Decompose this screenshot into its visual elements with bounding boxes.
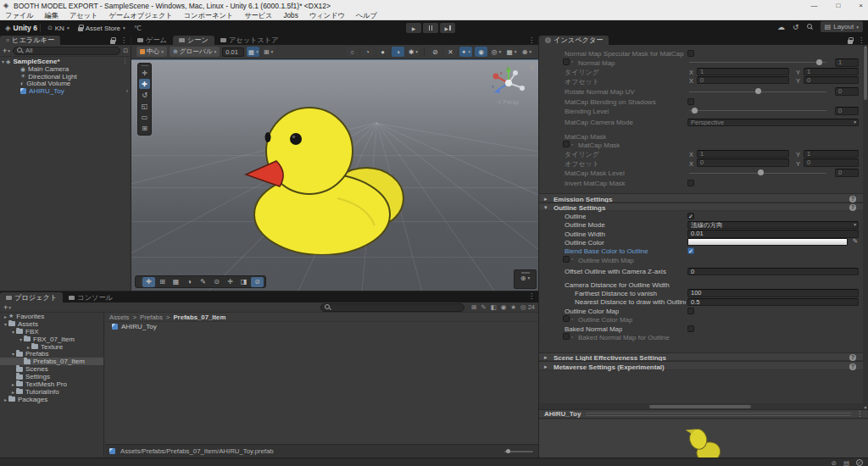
color-swatch[interactable] — [687, 238, 848, 246]
menu-item[interactable]: ファイル — [5, 11, 34, 20]
inspector-row-outline-color-map[interactable]: Outline Color Map — [539, 306, 863, 314]
inspector-row-outline-width[interactable]: Outline Width0.01 — [539, 229, 863, 237]
foldout-arrow[interactable]: ▾ — [0, 58, 6, 64]
account-dropdown[interactable]: ⊙ KN▾ — [43, 23, 74, 34]
inspector-row-matcap-blending-on-shadows[interactable]: MatCap Blending on Shadows — [539, 97, 863, 106]
slider-thumb[interactable] — [758, 169, 764, 175]
tree-item-fbx[interactable]: ▾FBX — [0, 328, 103, 336]
paint-icon[interactable]: ✎ — [197, 277, 209, 287]
value-field[interactable]: 0 — [835, 107, 859, 115]
camera-settings-icon[interactable]: ◎▾ — [490, 47, 503, 57]
value-field[interactable]: 0.5 — [687, 298, 859, 307]
orientation-gizmo[interactable]: y x z — [489, 64, 528, 103]
grid-snap-toggle[interactable]: ▦▾ — [247, 47, 259, 57]
foldout-arrow[interactable]: ▸ — [544, 363, 548, 370]
foldout-arrow[interactable]: ▸ — [544, 354, 548, 361]
shaded-wireframe-icon[interactable]: ◔ — [361, 47, 374, 57]
tree-item-favorites[interactable]: ▸★Favorites — [0, 313, 103, 320]
tab-project[interactable]: プロジェクト — [0, 292, 63, 302]
scene-viewport[interactable]: ✛ ✚ ↺ ◱ ▭ ⊞ ⋮ ✚ ⊞ ▦ ◑ ✎ ⊙ ✛ ◨ ⊘ ⊕▾ — [131, 59, 538, 291]
menu-item[interactable]: 編集 — [45, 11, 58, 20]
solid-sphere-icon[interactable]: ● — [376, 47, 389, 57]
notifications-muted-icon[interactable]: ⊘ — [832, 459, 837, 466]
inspector-row-blend-base-color-to-outline[interactable]: Blend Base Color to Outline✓ — [539, 247, 863, 255]
foldout-arrow[interactable]: ▸ — [544, 196, 548, 202]
foldout-arrow[interactable]: ▸ — [10, 389, 16, 395]
checkbox[interactable] — [563, 256, 570, 263]
foldout-arrow[interactable]: ▾ — [10, 329, 16, 335]
rect-tool-button[interactable]: ▭ — [139, 112, 150, 122]
inspector-row-outline-mode[interactable]: Outline Mode法線の方向▾ — [539, 220, 863, 229]
breadcrumb[interactable]: Assets>Prefabs>Prefabs_07_Item — [105, 313, 538, 322]
help-icon[interactable]: ? — [849, 354, 856, 361]
add-object-button[interactable]: +▾ — [3, 47, 10, 55]
checkbox[interactable] — [563, 315, 570, 322]
gizmo-lock-icon[interactable] — [531, 66, 535, 69]
value-field[interactable]: 0 — [804, 76, 859, 85]
search-by-import-icon[interactable]: ✎ — [481, 303, 486, 311]
tab-scene[interactable]: シーン — [173, 36, 214, 45]
inspector-row-blending-level[interactable]: Blending Level0 — [539, 106, 863, 114]
inspector-row-matcap-mask[interactable]: ◦MatCap Mask — [539, 141, 863, 149]
step-button[interactable]: ▶ — [440, 23, 455, 33]
foldout-arrow[interactable]: ▾ — [3, 321, 8, 327]
checkbox[interactable] — [563, 58, 570, 65]
project-search-input[interactable] — [320, 303, 465, 312]
tab-view[interactable]: アセットストア — [214, 36, 285, 45]
background-tasks-icon[interactable]: ▤ — [843, 459, 849, 466]
undo-history-icon[interactable]: ↺ — [793, 23, 799, 31]
hierarchy-item[interactable]: ◐Global Volume — [0, 80, 131, 87]
inspector-row-normal-map-specular-mask-for-matcap[interactable]: Normal Map Specular Mask for MatCap — [539, 49, 863, 58]
preview-menu-icon[interactable]: ⋮ — [856, 410, 863, 418]
tab-view[interactable]: ゲーム — [131, 36, 173, 45]
close-button[interactable]: × — [859, 2, 863, 9]
breadcrumb-segment[interactable]: Assets — [109, 313, 129, 321]
panel-menu-icon[interactable]: ⋮ — [528, 292, 535, 300]
gizmos-dropdown-icon[interactable]: ⊕▾ — [520, 47, 533, 57]
inspector-row-rotate-normal-map-uv[interactable]: Rotate Normal Map UV0 — [539, 87, 863, 96]
probuilder-move-icon[interactable]: ✚ — [142, 277, 155, 287]
checkbox[interactable] — [687, 98, 694, 105]
asset-item-ahiru-toy[interactable]: AHIRU_Toy — [105, 322, 538, 330]
tree-item-packages[interactable]: ▸Packages — [0, 396, 103, 403]
grid-visibility-icon[interactable]: ▦▾ — [505, 47, 518, 57]
value-field[interactable]: 0 — [804, 158, 859, 167]
inspector-row-invert-matcap-mask[interactable]: Invert MatCap Mask — [539, 179, 863, 187]
thumbnail-size-slider[interactable] — [504, 451, 533, 452]
search-by-type-icon[interactable]: ⊞ — [471, 303, 476, 311]
inspector-row--[interactable]: オフセットX0Y0 — [539, 158, 863, 166]
inspector-row-scene-light-effectiveness-settings[interactable]: ▸Scene Light Effectiveness Settings? — [539, 352, 863, 362]
inspector-row-matcap-camera-mode[interactable]: MatCap Camera ModePerspective▾ — [539, 118, 863, 126]
prefab-mode-icon[interactable]: ◨ — [237, 277, 250, 287]
inspector-row-farthest-distance-to-vanish[interactable]: Farthest Distance to vanish100 — [539, 289, 863, 297]
scale-tool-button[interactable]: ◱ — [139, 101, 150, 111]
row-menu-icon[interactable]: ⋮ — [122, 58, 128, 64]
tree-item-fbx-07-item[interactable]: ▾FBX_07_Item — [0, 336, 103, 343]
foldout-arrow[interactable]: ▸ — [3, 397, 8, 402]
projection-label[interactable]: ≺ Persp — [488, 99, 527, 106]
tree-item-settings[interactable]: Settings — [0, 373, 103, 380]
grid-size-field[interactable]: 0.01 — [222, 47, 244, 57]
value-field[interactable]: 1 — [697, 68, 789, 76]
camera-overlay[interactable]: ⊕▾ — [514, 269, 537, 289]
tab-console[interactable]: コンソール — [63, 292, 119, 302]
value-field[interactable]: 1 — [804, 150, 859, 158]
value-field[interactable]: 100 — [687, 289, 859, 297]
slider-thumb[interactable] — [755, 88, 761, 94]
transform-tool-button[interactable]: ⊞ — [139, 123, 150, 133]
value-field[interactable]: 0 — [697, 76, 789, 85]
inspector-row-emission-settings[interactable]: ▸Emission Settings? — [539, 193, 863, 202]
foldout-arrow[interactable]: ▸ — [3, 313, 8, 319]
hierarchy-scene-row[interactable]: ▾◈SampleScene*⋮ — [0, 58, 131, 65]
hierarchy-item[interactable]: ☀Directional Light — [0, 73, 131, 80]
help-icon[interactable]: ? — [849, 204, 856, 211]
checkbox[interactable] — [687, 180, 694, 186]
pause-button[interactable] — [423, 23, 438, 33]
vertical-scrollbar[interactable]: ▲▼ — [863, 45, 868, 409]
prefab-open-arrow[interactable]: › — [126, 88, 128, 94]
inspector-row--[interactable]: タイリングX1Y1 — [539, 149, 863, 158]
foldout-arrow[interactable]: ▾ — [544, 204, 548, 211]
inspector-row-outline-color-map[interactable]: ◦Outline Color Map — [539, 315, 863, 324]
value-field[interactable]: 0.01 — [687, 230, 859, 238]
scene-visibility-icon[interactable]: ◉ — [475, 47, 487, 57]
